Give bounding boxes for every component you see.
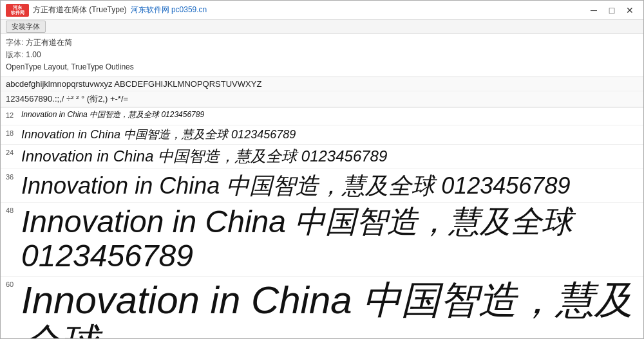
size-label-36: 36 [6, 172, 21, 181]
preview-text-18: Innovation in China 中国智造，慧及全球 0123456789 [21, 128, 638, 142]
preview-text-60: Innovation in China 中国智造，慧及全球 [21, 279, 638, 338]
font-type-row: OpenType Layout, TrueType Outlines [6, 61, 638, 73]
title-bar-left: 河东软件网 方正有道在简体 (TrueType) 河东软件网 pc0359.cn [6, 4, 207, 17]
numbers-text: 1234567890.:;,/ ÷² ² ° (衔2,) +-*/= [6, 94, 128, 104]
font-name-label: 字体: [6, 37, 23, 49]
title-bar: 河东软件网 方正有道在简体 (TrueType) 河东软件网 pc0359.cn… [1, 1, 643, 20]
window-controls: ─ □ ✕ [585, 4, 638, 17]
font-version-value: 1.00 [26, 49, 41, 61]
preview-row-60: 60 Innovation in China 中国智造，慧及全球 [1, 277, 643, 338]
minimize-button[interactable]: ─ [585, 4, 602, 17]
preview-row-18: 18 Innovation in China 中国智造，慧及全球 0123456… [1, 125, 643, 145]
preview-row-24: 24 Innovation in China 中国智造，慧及全球 0123456… [1, 145, 643, 169]
size-label-60: 60 [6, 279, 21, 288]
maximize-button[interactable]: □ [603, 4, 620, 17]
logo-text: 河东软件网 [11, 5, 24, 15]
font-info-section: 字体: 方正有道在简 版本: 1.00 OpenType Layout, Tru… [1, 34, 643, 77]
charset-text: abcdefghijklmnopqrstuvwxyz ABCDEFGHIJKLM… [6, 79, 261, 89]
font-version-row: 版本: 1.00 [6, 49, 638, 61]
logo: 河东软件网 [6, 4, 29, 17]
preview-row-36: 36 Innovation in China 中国智造，慧及全球 0123456… [1, 169, 643, 203]
preview-text-12: Innovation in China 中国智造，慧及全球 0123456789 [21, 110, 638, 119]
size-label-48: 48 [6, 205, 21, 214]
numbers-row: 1234567890.:;,/ ÷² ² ° (衔2,) +-*/= [1, 91, 643, 107]
preview-row-48: 48 Innovation in China 中国智造，慧及全球 0123456… [1, 203, 643, 277]
size-label-24: 24 [6, 147, 21, 156]
font-preview-window: 河东软件网 方正有道在简体 (TrueType) 河东软件网 pc0359.cn… [0, 0, 644, 339]
site-label: 河东软件网 pc0359.cn [131, 5, 207, 15]
font-type-value: OpenType Layout, TrueType Outlines [6, 61, 134, 73]
close-button[interactable]: ✕ [621, 4, 638, 17]
preview-row-12: 12 Innovation in China 中国智造，慧及全球 0123456… [1, 107, 643, 125]
font-name-row: 字体: 方正有道在简 [6, 37, 638, 49]
font-version-label: 版本: [6, 49, 23, 61]
charset-row: abcdefghijklmnopqrstuvwxyz ABCDEFGHIJKLM… [1, 77, 643, 91]
preview-text-48: Innovation in China 中国智造，慧及全球 0123456789 [21, 205, 638, 273]
size-label-12: 12 [6, 110, 21, 119]
font-name-value: 方正有道在简 [26, 37, 72, 49]
install-font-button[interactable]: 安装字体 [6, 21, 46, 33]
preview-text-24: Innovation in China 中国智造，慧及全球 0123456789 [21, 147, 638, 166]
preview-text-36: Innovation in China 中国智造，慧及全球 0123456789 [21, 172, 638, 199]
preview-area[interactable]: 12 Innovation in China 中国智造，慧及全球 0123456… [1, 107, 643, 338]
install-bar: 安装字体 [1, 20, 643, 34]
window-title: 方正有道在简体 (TrueType) [33, 5, 127, 15]
size-label-18: 18 [6, 128, 21, 137]
